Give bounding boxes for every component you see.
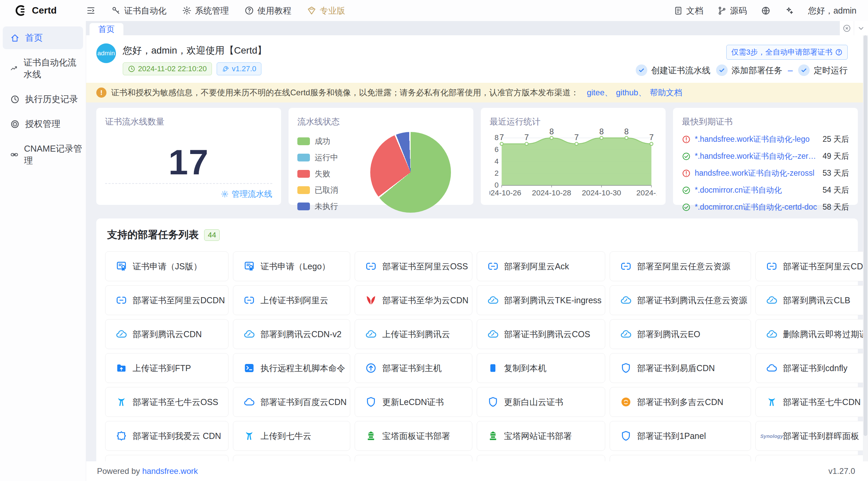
tab-menu-button[interactable] [854, 21, 868, 35]
nav-item-证书自动化[interactable]: 证书自动化 [111, 5, 166, 16]
nav-item-collapse[interactable] [86, 6, 96, 15]
task-cell-partial[interactable] [105, 455, 229, 461]
powered-by-text: Powered by [97, 466, 140, 476]
task-部署证书到群晖面板[interactable]: Synology部署证书到群晖面板 [755, 421, 868, 451]
nav-right-item-文档[interactable]: 文档 [674, 5, 703, 16]
task-cell-partial[interactable] [755, 455, 868, 461]
nav-item-专业版[interactable]: 专业版 [307, 5, 345, 16]
vertical-scrollbar[interactable] [863, 35, 868, 461]
check-circle-icon [716, 64, 728, 76]
task-部署证书到腾讯云COS[interactable]: 部署证书到腾讯云COS [477, 319, 606, 349]
nav-item-使用教程[interactable]: 使用教程 [244, 5, 291, 16]
notice-link[interactable]: 帮助文档 [650, 88, 682, 97]
tab-close-button[interactable] [840, 21, 854, 35]
svg-text:2024-10-30: 2024-10-30 [582, 188, 621, 197]
legend-item-已取消[interactable]: 已取消 [297, 185, 338, 195]
task-复制到本机[interactable]: 复制到本机 [477, 353, 606, 383]
nav-item-系统管理[interactable]: 系统管理 [182, 5, 229, 16]
scrollbar-thumb[interactable] [864, 35, 867, 436]
task-部署到腾讯云CDN-v2[interactable]: 部署到腾讯云CDN-v2 [233, 319, 350, 349]
task-cell-partial[interactable] [355, 455, 472, 461]
svg-text:8: 8 [624, 128, 629, 136]
task-部署证书到1Panel[interactable]: 部署证书到1Panel [610, 421, 751, 451]
task-上传证书到阿里云[interactable]: 上传证书到阿里云 [233, 285, 350, 315]
task-cell-partial[interactable] [477, 455, 606, 461]
expiry-cert-link[interactable]: *.handsfree.work证书自动化--zerossl [695, 151, 818, 161]
task-部署证书到主机[interactable]: 部署证书到主机 [355, 353, 472, 383]
task-宝塔面板证书部署[interactable]: 宝塔面板证书部署 [355, 421, 472, 451]
sidebar-item-CNAME记录管理[interactable]: CNAME记录管理 [3, 137, 83, 172]
legend-item-成功[interactable]: 成功 [297, 136, 338, 147]
nav-right-item[interactable] [785, 6, 794, 15]
task-证书申请（Lego）[interactable]: 证书申请（Lego） [233, 251, 350, 281]
top-navbar: Certd 证书自动化系统管理使用教程专业版 文档源码您好，admin [0, 0, 868, 21]
task-cell-partial[interactable] [233, 455, 350, 461]
task-部署证书到我爱云 CDN[interactable]: 部署证书到我爱云 CDN [105, 421, 229, 451]
task-部署证书到易盾CDN[interactable]: 部署证书到易盾CDN [610, 353, 751, 383]
task-grid: 证书申请（JS版）证书申请（Lego）部署证书至阿里云OSS部署到阿里云Ack部… [105, 251, 849, 461]
task-部署证书至七牛CDN[interactable]: 部署证书至七牛CDN [755, 387, 868, 417]
task-部署证书至七牛云OSS[interactable]: 部署证书至七牛云OSS [105, 387, 229, 417]
task-删除腾讯云即将过期证书[interactable]: 删除腾讯云即将过期证书 [755, 319, 868, 349]
sidebar-item-证书自动化流水线[interactable]: 证书自动化流水线 [3, 51, 83, 86]
sidebar-item-授权管理[interactable]: 授权管理 [3, 113, 83, 135]
task-部署证书到多吉云CDN[interactable]: 部署证书到多吉云CDN [610, 387, 751, 417]
sidebar-item-执行历史记录[interactable]: 执行历史记录 [3, 88, 83, 111]
greeting-section: admin 您好，admin，欢迎使用【Certd】 2024-11-02 22… [86, 35, 868, 83]
expiry-cert-link[interactable]: *.handsfree.work证书自动化-lego [695, 134, 810, 145]
notice-link[interactable]: gitee、 [587, 88, 613, 97]
tasks-title: 支持的部署任务列表 [107, 228, 199, 242]
expiry-row: *.docmirror.cn证书自动化54 天后 [682, 185, 849, 195]
ok-circle-icon [682, 152, 691, 161]
task-部署证书到百度云CDN[interactable]: 部署证书到百度云CDN [233, 387, 350, 417]
notice-link[interactable]: github、 [616, 88, 646, 97]
expiry-row: *.handsfree.work证书自动化--zerossl49 天后 [682, 151, 849, 161]
legend-item-运行中[interactable]: 运行中 [297, 152, 338, 163]
task-执行远程主机脚本命令[interactable]: 执行远程主机脚本命令 [233, 353, 350, 383]
synology-icon: Synology [766, 430, 777, 442]
nav-right-item-您好，admin[interactable]: 您好，admin [808, 5, 856, 16]
nav-right-item-源码[interactable]: 源码 [717, 5, 747, 16]
task-证书申请（JS版）[interactable]: 证书申请（JS版） [105, 251, 229, 281]
legend-item-未执行[interactable]: 未执行 [297, 201, 338, 212]
nav-right-item[interactable] [761, 6, 770, 15]
promo-badge[interactable]: 仅需3步，全自动申请部署证书 [726, 45, 848, 60]
task-宝塔网站证书部署[interactable]: 宝塔网站证书部署 [477, 421, 606, 451]
manage-pipelines-link[interactable]: 管理流水线 [221, 189, 272, 199]
task-更新LeCDN证书[interactable]: 更新LeCDN证书 [355, 387, 472, 417]
task-部署证书到腾讯云任意云资源[interactable]: 部署证书到腾讯云任意云资源 [610, 285, 751, 315]
task-部署到阿里云Ack[interactable]: 部署到阿里云Ack [477, 251, 606, 281]
expiry-cert-link[interactable]: *.docmirror.cn证书自动化 [695, 185, 782, 195]
tab-bar: 首页 [86, 21, 868, 35]
task-部署证书至阿里云CDN[interactable]: 部署证书至阿里云CDN [755, 251, 868, 281]
tencent-icon [766, 328, 777, 340]
content-scroll-area[interactable]: admin 您好，admin，欢迎使用【Certd】 2024-11-02 22… [86, 35, 868, 461]
expiry-cert-link[interactable]: *.docmirror.cn证书自动化-certd-doc [695, 202, 817, 212]
task-cell-partial[interactable] [610, 455, 751, 461]
avatar[interactable]: admin [96, 43, 116, 63]
task-部署至阿里云任意云资源[interactable]: 部署至阿里云任意云资源 [610, 251, 751, 281]
task-部署证书至阿里云OSS[interactable]: 部署证书至阿里云OSS [355, 251, 472, 281]
link-icon [10, 150, 19, 159]
task-部署到腾讯云EO[interactable]: 部署到腾讯云EO [610, 319, 751, 349]
task-部署证书至阿里云DCDN[interactable]: 部署证书至阿里云DCDN [105, 285, 229, 315]
task-更新白山云证书[interactable]: 更新白山云证书 [477, 387, 606, 417]
task-部署到腾讯云CLB[interactable]: 部署到腾讯云CLB [755, 285, 868, 315]
task-部署证书至华为云CDN[interactable]: 部署证书至华为云CDN [355, 285, 472, 315]
handsfree-link[interactable]: handsfree.work [142, 466, 198, 476]
tab-home[interactable]: 首页 [90, 23, 123, 35]
legend-item-失败[interactable]: 失败 [297, 169, 338, 179]
expiry-row: *.docmirror.cn证书自动化-certd-doc58 天后 [682, 202, 849, 212]
task-上传证书到FTP[interactable]: 上传证书到FTP [105, 353, 229, 383]
brand[interactable]: Certd [0, 4, 86, 17]
task-上传到七牛云[interactable]: 上传到七牛云 [233, 421, 350, 451]
tencent-icon [620, 294, 632, 306]
task-上传证书到腾讯云[interactable]: 上传证书到腾讯云 [355, 319, 472, 349]
svg-text:8: 8 [599, 128, 604, 136]
task-部署到腾讯云TKE-ingress[interactable]: 部署到腾讯云TKE-ingress [477, 285, 606, 315]
bt-icon [487, 430, 499, 442]
task-部署证书到cdnfly[interactable]: 部署证书到cdnfly [755, 353, 868, 383]
task-部署到腾讯云CDN[interactable]: 部署到腾讯云CDN [105, 319, 229, 349]
expiry-cert-link[interactable]: handsfree.work证书自动化-zerossl [695, 168, 814, 178]
sidebar-item-首页[interactable]: 首页 [3, 26, 83, 49]
